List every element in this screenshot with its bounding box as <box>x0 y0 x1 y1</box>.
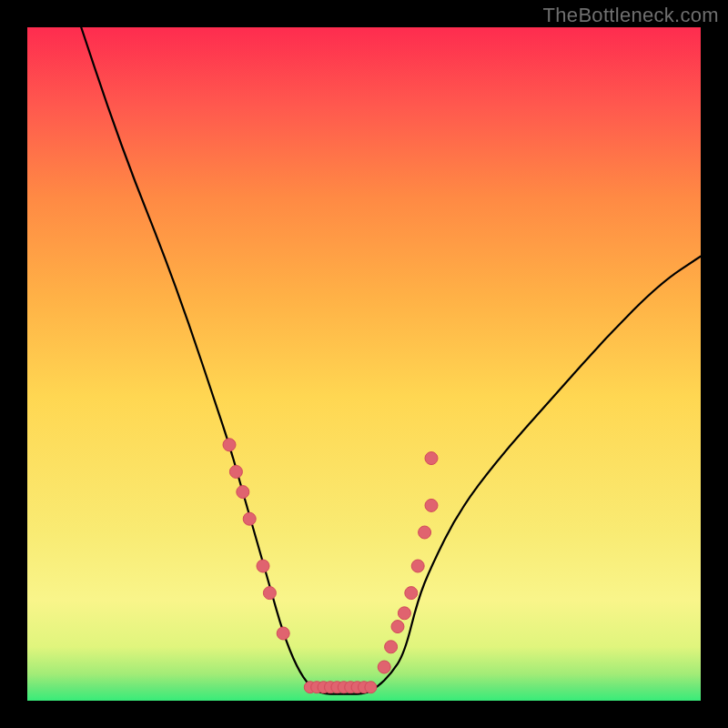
data-point <box>365 682 377 693</box>
data-point <box>425 499 438 511</box>
data-point <box>243 512 256 525</box>
data-point <box>398 607 410 620</box>
chart-root: TheBottleneck.com <box>0 0 728 728</box>
data-point <box>229 465 242 478</box>
data-point <box>223 439 236 451</box>
data-point <box>411 560 424 572</box>
data-point <box>257 560 269 572</box>
data-point <box>391 621 404 633</box>
data-points <box>223 439 438 693</box>
data-point <box>237 486 249 499</box>
data-point <box>277 627 289 640</box>
data-point <box>419 526 431 539</box>
watermark-text: TheBottleneck.com <box>543 4 719 27</box>
data-point <box>385 641 398 653</box>
data-point <box>263 587 276 600</box>
curve-overlay <box>27 27 701 701</box>
data-point <box>378 661 390 673</box>
data-point <box>425 452 438 465</box>
plot-area <box>27 27 701 701</box>
data-point <box>405 587 418 600</box>
bottleneck-curve <box>81 27 701 694</box>
